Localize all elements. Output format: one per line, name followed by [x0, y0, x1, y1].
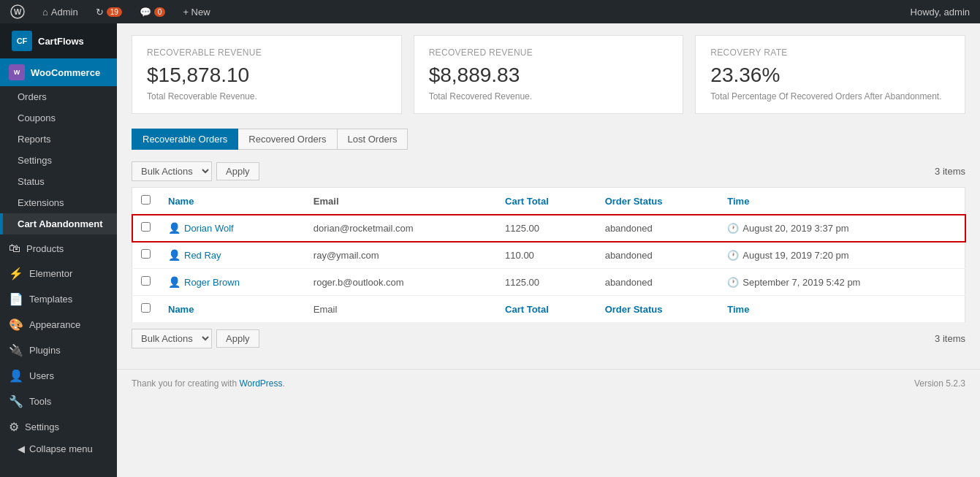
- table-row: 👤 Red Ray ray@ymail.com 110.00 abandoned…: [132, 242, 965, 269]
- clock-icon: 🕐: [727, 223, 739, 234]
- stat-card-desc: Total Percentage Of Recovered Orders Aft…: [710, 91, 950, 102]
- tools-icon: 🔧: [9, 394, 23, 408]
- updates-icon: ↻: [96, 7, 104, 18]
- stat-card-title: Recovered Revenue: [429, 47, 669, 58]
- sidebar-item-elementor[interactable]: ⚡ Elementor: [0, 259, 117, 285]
- sidebar-item-products[interactable]: 🛍 Products: [0, 234, 117, 259]
- sidebar-item-tools[interactable]: 🔧 Tools: [0, 387, 117, 413]
- sidebar-item-label: Orders: [18, 91, 47, 102]
- products-icon: 🛍: [9, 242, 20, 255]
- items-count-top: 3 items: [935, 166, 965, 177]
- user-name-link[interactable]: 👤 Roger Brown: [168, 276, 296, 288]
- sidebar-item-orders[interactable]: Orders: [0, 86, 117, 107]
- sidebar-item-appearance[interactable]: 🎨 Appearance: [0, 310, 117, 336]
- collapse-icon: ◀: [18, 443, 25, 454]
- sidebar-item-cart-abandonment[interactable]: Cart Abandonment: [0, 213, 117, 234]
- new-content-button[interactable]: + New: [178, 0, 214, 23]
- sidebar-item-label: Status: [18, 176, 45, 187]
- row-checkbox[interactable]: [141, 222, 151, 232]
- sidebar-item-label: Extensions: [18, 197, 64, 208]
- sidebar-item-label: Templates: [29, 294, 72, 305]
- stat-card-desc: Total Recovered Revenue.: [429, 91, 669, 102]
- col-header-name: Name: [159, 188, 305, 215]
- row-checkbox-cell[interactable]: [132, 242, 160, 269]
- tab-recovered-orders[interactable]: Recovered Orders: [238, 129, 337, 150]
- sidebar-item-templates[interactable]: 📄 Templates: [0, 285, 117, 310]
- footer-checkbox[interactable]: [141, 303, 151, 313]
- sidebar-item-users[interactable]: 👤 Users: [0, 362, 117, 387]
- plugins-icon: 🔌: [9, 343, 23, 357]
- row-checkbox[interactable]: [141, 276, 151, 286]
- sidebar-item-coupons[interactable]: Coupons: [0, 107, 117, 129]
- toolbar-bottom: Bulk Actions Apply 3 items: [132, 329, 965, 348]
- sidebar-item-reports[interactable]: Reports: [0, 129, 117, 150]
- table-header-row: Name Email Cart Total Order Status Time: [132, 188, 965, 215]
- comments-button[interactable]: 💬 0: [135, 0, 170, 23]
- user-name-link[interactable]: 👤 Red Ray: [168, 249, 296, 261]
- version-label: Version 5.2.3: [914, 378, 965, 389]
- row-name-cell: 👤 Dorian Wolf: [159, 215, 305, 242]
- footer-order-status-cell: Order Status: [596, 296, 719, 323]
- row-checkbox[interactable]: [141, 249, 151, 259]
- row-order-status-cell: abandoned: [596, 242, 719, 269]
- users-icon: 👤: [9, 369, 23, 383]
- user-avatar-icon: 👤: [168, 276, 181, 288]
- updates-button[interactable]: ↻ 19: [91, 0, 126, 23]
- woocommerce-icon: W: [9, 64, 25, 80]
- row-time-value: September 7, 2019 5:42 pm: [742, 277, 860, 288]
- appearance-icon: 🎨: [9, 318, 23, 332]
- bulk-actions-select-bottom[interactable]: Bulk Actions: [132, 329, 212, 348]
- footer-email-cell: Email: [305, 296, 496, 323]
- templates-icon: 📄: [9, 292, 23, 306]
- wordpress-link[interactable]: WordPress: [239, 378, 282, 389]
- user-name-link[interactable]: 👤 Dorian Wolf: [168, 222, 296, 234]
- cartflows-logo[interactable]: CF CartFlows: [0, 23, 117, 58]
- clock-icon: 🕐: [727, 277, 739, 288]
- sidebar-item-label: Tools: [29, 396, 51, 407]
- cartflows-label: CartFlows: [38, 36, 84, 47]
- site-name-button[interactable]: ⌂ Admin: [38, 0, 83, 23]
- stat-card-recoverable-revenue: Recoverable Revenue $15,878.10 Total Rec…: [132, 35, 402, 114]
- col-header-cart-total: Cart Total: [496, 188, 596, 215]
- sidebar-collapse-button[interactable]: ◀ Collapse menu: [0, 438, 117, 459]
- sidebar-item-label: Plugins: [29, 345, 61, 356]
- stat-card-title: Recovery Rate: [710, 47, 950, 58]
- row-checkbox-cell[interactable]: [132, 269, 160, 296]
- svg-text:W: W: [14, 7, 22, 16]
- row-cart-total-cell: 1125.00: [496, 215, 596, 242]
- footer-checkbox-cell[interactable]: [132, 296, 160, 323]
- row-name-cell: 👤 Roger Brown: [159, 269, 305, 296]
- table-footer-row: Name Email Cart Total Order Status Time: [132, 296, 965, 323]
- select-all-header[interactable]: [132, 188, 160, 215]
- row-cart-total-cell: 1125.00: [496, 269, 596, 296]
- apply-button-top[interactable]: Apply: [216, 162, 259, 180]
- stat-card-value: $8,889.83: [429, 64, 669, 87]
- cartflows-icon: CF: [12, 31, 32, 51]
- row-time-cell: 🕐 August 20, 2019 3:37 pm: [718, 215, 965, 242]
- sidebar-item-settings-main[interactable]: ⚙ Settings: [0, 413, 117, 438]
- tab-lost-orders[interactable]: Lost Orders: [337, 129, 409, 150]
- user-avatar-icon: 👤: [168, 222, 181, 234]
- footer-name-cell: Name: [159, 296, 305, 323]
- wp-logo-button[interactable]: W: [6, 0, 29, 23]
- row-checkbox-cell[interactable]: [132, 215, 160, 242]
- sidebar-item-extensions[interactable]: Extensions: [0, 192, 117, 213]
- row-email-cell: dorian@rocketmail.com: [305, 215, 496, 242]
- col-header-time: Time: [718, 188, 965, 215]
- bulk-actions-select[interactable]: Bulk Actions: [132, 161, 212, 181]
- sidebar-item-label: Coupons: [18, 112, 56, 123]
- items-count-bottom: 3 items: [935, 333, 965, 344]
- apply-button-bottom[interactable]: Apply: [216, 329, 259, 348]
- stat-card-recovered-revenue: Recovered Revenue $8,889.83 Total Recove…: [414, 35, 684, 114]
- sidebar-item-status[interactable]: Status: [0, 171, 117, 192]
- sidebar-item-label: Reports: [18, 134, 51, 145]
- select-all-checkbox[interactable]: [141, 195, 151, 205]
- table-row: 👤 Roger Brown roger.b@outlook.com 1125.0…: [132, 269, 965, 296]
- stat-card-desc: Total Recoverable Revenue.: [147, 91, 387, 102]
- order-tabs: Recoverable Orders Recovered Orders Lost…: [132, 129, 965, 150]
- sidebar-item-settings[interactable]: Settings: [0, 150, 117, 171]
- woocommerce-menu-header[interactable]: W WooCommerce: [0, 58, 117, 86]
- sidebar-item-plugins[interactable]: 🔌 Plugins: [0, 336, 117, 362]
- row-email-cell: roger.b@outlook.com: [305, 269, 496, 296]
- tab-recoverable-orders[interactable]: Recoverable Orders: [132, 129, 238, 150]
